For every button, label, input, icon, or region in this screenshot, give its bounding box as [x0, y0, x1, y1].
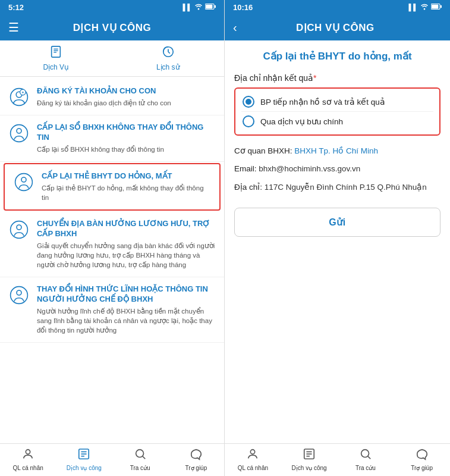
svg-point-20 — [26, 450, 30, 454]
svg-rect-28 — [432, 5, 438, 9]
left-bottom-nav: QL cá nhân Dịch vụ công Tra cứu — [0, 443, 224, 476]
tab-dich-vu[interactable]: Dịch Vụ — [0, 40, 112, 76]
ql-ca-nhan-icon — [21, 447, 34, 464]
radio-option-buu-chinh[interactable]: Qua dịch vụ bưu chính — [241, 111, 433, 131]
radio-circle-buu-chinh — [243, 115, 254, 127]
address-field-label: Địa chỉ nhận kết quả* — [234, 73, 440, 83]
right-bottom-nav: QL cá nhân Dịch vụ công Tra cứu — [225, 443, 450, 476]
signal-icon: ▌▌ — [182, 4, 192, 11]
tro-giup-nav-icon — [190, 447, 203, 464]
service-item-3[interactable]: CHUYỂN ĐỊA BÀN HƯỞNG LƯƠNG HƯU, TRỢ CẤP … — [0, 212, 224, 277]
svg-text:+: + — [22, 90, 24, 95]
tab-lich-su[interactable]: Lịch sử — [112, 40, 225, 76]
menu-icon[interactable]: ☰ — [8, 20, 19, 35]
service-title-2: CẤP LẠI THẺ BHYT DO HỎNG, MẤT — [42, 171, 211, 181]
service-text-1: CẤP LẠI SỔ BHXH KHÔNG THAY ĐỔI THÔNG TIN… — [37, 123, 216, 154]
svg-point-25 — [136, 450, 143, 458]
left-nav-tro-giup-label: Trợ giúp — [185, 465, 207, 471]
service-desc-2: Cấp lại thẻ BHYT do hỏng, mất không thay… — [42, 183, 211, 202]
svg-point-13 — [17, 129, 21, 133]
svg-rect-2 — [215, 5, 216, 8]
service-item-1[interactable]: CẤP LẠI SỔ BHXH KHÔNG THAY ĐỔI THÔNG TIN… — [0, 115, 224, 162]
right-phone: 10:16 ▌▌ ‹ DỊCH VỤ CÔNG Cấp lại thẻ BHYT… — [225, 0, 450, 476]
left-nav-ql-label: QL cá nhân — [12, 465, 43, 471]
co-quan-label: Cơ quan BHXH: — [234, 146, 292, 155]
right-ql-ca-nhan-icon — [246, 447, 259, 464]
service-desc-1: Cấp lại sổ BHXH không thay đổi thông tin — [37, 145, 216, 154]
right-signal-icon: ▌▌ — [408, 4, 418, 11]
service-item-2[interactable]: CẤP LẠI THẺ BHYT DO HỎNG, MẤT Cấp lại th… — [4, 163, 221, 211]
service-desc-4: Người hưởng lĩnh chế độ BHXH bằng tiền m… — [37, 306, 216, 335]
right-tra-cuu-icon — [359, 447, 372, 464]
right-app-header: ‹ DỊCH VỤ CÔNG — [225, 14, 450, 40]
svg-point-15 — [21, 177, 26, 182]
right-nav-ql-ca-nhan[interactable]: QL cá nhân — [225, 447, 281, 471]
service-list: + ĐĂNG KÝ TÀI KHOẢN CHO CON Đăng ký tài … — [0, 77, 224, 443]
form-page-title: Cấp lại thẻ BHYT do hỏng, mất — [234, 50, 440, 62]
svg-point-35 — [361, 450, 369, 458]
wifi-icon — [194, 3, 203, 11]
service-title-0: ĐĂNG KÝ TÀI KHOẢN CHO CON — [37, 86, 216, 96]
left-tab-nav: Dịch Vụ Lịch sử — [0, 40, 224, 77]
tra-cuu-nav-icon — [134, 447, 147, 464]
co-quan-row: Cơ quan BHXH: BHXH Tp. Hồ Chí Minh — [234, 145, 440, 157]
dia-chi-row: Địa chỉ: 117C Nguyễn Đình Chính P.15 Q.P… — [234, 181, 440, 193]
tab-lich-su-label: Lịch sử — [156, 63, 180, 71]
left-time: 5:12 — [8, 3, 24, 12]
right-wifi-icon — [420, 3, 429, 11]
service-title-4: THAY ĐỔI HÌNH THỨC LĨNH HOẶC THÔNG TIN N… — [37, 284, 216, 305]
service-title-3: CHUYỂN ĐỊA BÀN HƯỞNG LƯƠNG HƯU, TRỢ CẤP … — [37, 219, 216, 239]
service-desc-0: Đăng ký tài khoản giao dịch điện tử cho … — [37, 98, 216, 108]
service-item-4[interactable]: THAY ĐỔI HÌNH THỨC LĨNH HOẶC THÔNG TIN N… — [0, 277, 224, 343]
svg-line-26 — [143, 456, 145, 459]
lich-su-tab-icon — [162, 45, 175, 61]
left-app-header: ☰ DỊCH VỤ CÔNG — [0, 14, 224, 40]
right-nav-tra-cuu[interactable]: Tra cứu — [338, 447, 394, 471]
right-nav-tro-giup[interactable]: Trợ giúp — [394, 447, 450, 471]
tab-dich-vu-label: Dịch Vụ — [43, 63, 69, 71]
service-title-1: CẤP LẠI SỔ BHXH KHÔNG THAY ĐỔI THÔNG TIN — [37, 123, 216, 143]
svg-point-19 — [17, 290, 21, 295]
email-value: bhxh@hochiminh.vss.gov.vn — [259, 164, 360, 173]
dia-chi-value: 117C Nguyễn Đình Chính P.15 Q.Phú Nhuận — [265, 183, 427, 192]
left-nav-tra-cuu-label: Tra cứu — [130, 465, 150, 471]
service-text-3: CHUYỂN ĐỊA BÀN HƯỞNG LƯƠNG HƯU, TRỢ CẤP … — [37, 219, 216, 270]
service-icon-4 — [8, 284, 30, 306]
left-status-icons: ▌▌ — [182, 3, 216, 11]
right-time: 10:16 — [233, 3, 253, 12]
svg-rect-29 — [440, 5, 442, 8]
info-block: Cơ quan BHXH: BHXH Tp. Hồ Chí Minh Email… — [234, 145, 440, 193]
send-button[interactable]: Gửi — [234, 208, 440, 237]
service-desc-3: Giải quyết chuyển hưởng sang địa bàn khá… — [37, 241, 216, 270]
service-icon-2 — [13, 171, 34, 193]
right-status-icons: ▌▌ — [408, 3, 442, 11]
radio-label-buu-chinh: Qua dịch vụ bưu chính — [260, 117, 343, 126]
right-nav-tro-giup-label: Trợ giúp — [411, 465, 433, 471]
left-nav-tro-giup[interactable]: Trợ giúp — [168, 447, 224, 471]
radio-option-bp[interactable]: BP tiếp nhận hồ sơ và trả kết quả — [241, 92, 433, 111]
battery-icon — [205, 3, 216, 11]
service-text-0: ĐĂNG KÝ TÀI KHOẢN CHO CON Đăng ký tài kh… — [37, 86, 216, 108]
right-nav-dich-vu-cong[interactable]: Dịch vụ công — [281, 447, 338, 471]
left-phone: 5:12 ▌▌ ☰ DỊCH VỤ CÔNG — [0, 0, 225, 476]
dia-chi-label: Địa chỉ: — [234, 183, 262, 192]
email-label: Email: — [234, 164, 257, 173]
back-button[interactable]: ‹ — [233, 21, 237, 35]
svg-point-30 — [251, 450, 255, 454]
service-item-0[interactable]: + ĐĂNG KÝ TÀI KHOẢN CHO CON Đăng ký tài … — [0, 79, 224, 115]
left-nav-dich-vu-cong[interactable]: Dịch vụ công — [56, 447, 112, 471]
svg-point-17 — [17, 225, 21, 230]
dich-vu-cong-nav-icon — [77, 447, 90, 464]
email-row: Email: bhxh@hochiminh.vss.gov.vn — [234, 163, 440, 175]
service-icon-3 — [8, 219, 30, 240]
dich-vu-tab-icon — [49, 45, 62, 61]
right-header-title: DỊCH VỤ CÔNG — [243, 21, 442, 34]
service-icon-0: + — [8, 86, 30, 108]
address-radio-group: BP tiếp nhận hồ sơ và trả kết quả Qua dị… — [234, 87, 440, 136]
right-dich-vu-cong-icon — [303, 447, 316, 464]
right-tro-giup-icon — [416, 447, 429, 464]
right-status-bar: 10:16 ▌▌ — [225, 0, 450, 14]
right-nav-tra-cuu-label: Tra cứu — [355, 465, 376, 471]
left-nav-ql-ca-nhan[interactable]: QL cá nhân — [0, 447, 56, 471]
left-nav-tra-cuu[interactable]: Tra cứu — [112, 447, 168, 471]
